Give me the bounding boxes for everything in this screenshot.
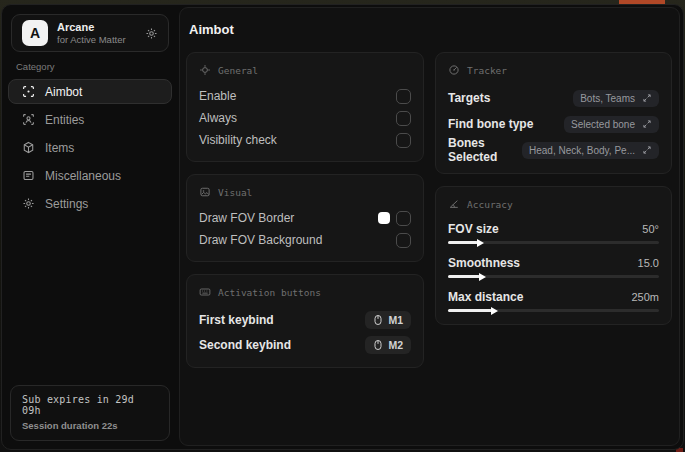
activation-section-title: Activation buttons bbox=[218, 287, 321, 298]
keybind-value: M1 bbox=[388, 314, 403, 326]
person-scan-icon bbox=[22, 113, 35, 126]
slider-value: 15.0 bbox=[638, 257, 659, 269]
smoothness-slider[interactable] bbox=[448, 275, 659, 278]
general-section-title: General bbox=[218, 65, 258, 76]
first-keybind-button[interactable]: M1 bbox=[365, 311, 411, 329]
setting-label: Visibility check bbox=[199, 133, 277, 147]
setting-row-fov-size: FOV size 50° bbox=[448, 219, 659, 244]
setting-row-max-distance: Max distance 250m bbox=[448, 287, 659, 312]
sidebar-item-label: Items bbox=[45, 141, 74, 155]
keyboard-icon bbox=[199, 286, 211, 298]
find-bone-type-dropdown[interactable]: Selected bone bbox=[564, 116, 659, 133]
general-card: General Enable Always Visibility check bbox=[186, 52, 424, 162]
draw-fov-border-checkbox[interactable] bbox=[396, 211, 411, 226]
slider-fill bbox=[448, 241, 478, 244]
activation-card: Activation buttons First keybind M1 bbox=[186, 274, 424, 368]
setting-label: Max distance bbox=[448, 290, 523, 304]
setting-label: Second keybind bbox=[199, 338, 291, 352]
sidebar-item-label: Settings bbox=[45, 197, 88, 211]
page-title: Aimbot bbox=[189, 22, 673, 37]
slider-value: 250m bbox=[631, 291, 659, 303]
setting-row-find-bone-type: Find bone type Selected bone bbox=[448, 111, 659, 137]
dropdown-value: Selected bone bbox=[571, 119, 635, 130]
angle-icon bbox=[448, 198, 460, 210]
image-icon bbox=[199, 186, 211, 198]
sidebar-item-settings[interactable]: Settings bbox=[8, 191, 172, 216]
setting-label: Draw FOV Background bbox=[199, 233, 322, 247]
category-label: Category bbox=[16, 61, 178, 72]
always-checkbox[interactable] bbox=[396, 111, 411, 126]
sidebar-item-label: Miscellaneous bbox=[45, 169, 121, 183]
accuracy-section-title: Accuracy bbox=[467, 199, 513, 210]
visual-card: Visual Draw FOV Border Draw FOV Backgrou… bbox=[186, 174, 424, 262]
setting-row-draw-fov-background: Draw FOV Background bbox=[199, 229, 411, 251]
sidebar-item-miscellaneous[interactable]: Miscellaneous bbox=[8, 163, 172, 188]
sidebar-item-entities[interactable]: Entities bbox=[8, 107, 172, 132]
dropdown-value: Bots, Teams bbox=[580, 93, 635, 104]
setting-row-always: Always bbox=[199, 107, 411, 129]
expand-icon bbox=[642, 145, 652, 155]
crosshair-scan-icon bbox=[22, 85, 35, 98]
app-logo-letter: A bbox=[30, 25, 40, 41]
sidebar-item-label: Aimbot bbox=[45, 85, 82, 99]
slider-thumb[interactable] bbox=[479, 273, 486, 281]
sub-expires-text: Sub expires in 29d 09h bbox=[22, 394, 158, 416]
setting-label: FOV size bbox=[448, 222, 499, 236]
tracker-card: Tracker Targets Bots, Teams Find bone ty… bbox=[435, 52, 672, 174]
radar-icon bbox=[448, 64, 460, 76]
app-subtitle: for Active Matter bbox=[57, 34, 126, 45]
sidebar-item-aimbot[interactable]: Aimbot bbox=[8, 79, 172, 104]
mouse-icon bbox=[373, 314, 383, 326]
sidebar-nav: Aimbot Entities bbox=[2, 79, 178, 216]
setting-row-enable: Enable bbox=[199, 85, 411, 107]
expand-icon bbox=[642, 93, 652, 103]
sidebar: A Arcane for Active Matter Category bbox=[2, 5, 178, 449]
bones-selected-dropdown[interactable]: Head, Neck, Body, Pe... bbox=[522, 142, 659, 159]
max-distance-slider[interactable] bbox=[448, 309, 659, 312]
sidebar-item-items[interactable]: Items bbox=[8, 135, 172, 160]
visibility-check-checkbox[interactable] bbox=[396, 133, 411, 148]
targets-dropdown[interactable]: Bots, Teams bbox=[573, 90, 659, 107]
slider-thumb[interactable] bbox=[491, 307, 498, 315]
app-name: Arcane bbox=[57, 21, 126, 33]
expand-icon bbox=[642, 119, 652, 129]
setting-label: Smoothness bbox=[448, 256, 520, 270]
list-icon bbox=[22, 169, 35, 182]
tracker-section-title: Tracker bbox=[467, 65, 507, 76]
app-window: A Arcane for Active Matter Category bbox=[1, 4, 684, 450]
setting-row-bones-selected: Bones Selected Head, Neck, Body, Pe... bbox=[448, 137, 659, 163]
sidebar-item-label: Entities bbox=[45, 113, 84, 127]
gear-icon bbox=[22, 197, 35, 210]
keybind-value: M2 bbox=[388, 339, 403, 351]
enable-checkbox[interactable] bbox=[396, 89, 411, 104]
cube-icon bbox=[22, 141, 35, 154]
slider-value: 50° bbox=[642, 223, 659, 235]
slider-thumb[interactable] bbox=[477, 239, 484, 247]
slider-fill bbox=[448, 275, 480, 278]
setting-label: Targets bbox=[448, 91, 490, 105]
setting-label: Enable bbox=[199, 89, 236, 103]
setting-row-draw-fov-border: Draw FOV Border bbox=[199, 207, 411, 229]
settings-gear-icon[interactable] bbox=[145, 27, 158, 40]
setting-row-second-keybind: Second keybind M2 bbox=[199, 332, 411, 357]
slider-fill bbox=[448, 309, 492, 312]
mouse-icon bbox=[373, 339, 383, 351]
app-header: A Arcane for Active Matter bbox=[11, 14, 169, 52]
dropdown-value: Head, Neck, Body, Pe... bbox=[529, 145, 635, 156]
accuracy-card: Accuracy FOV size 50° bbox=[435, 186, 672, 325]
setting-label: Find bone type bbox=[448, 117, 533, 131]
second-keybind-button[interactable]: M2 bbox=[365, 336, 411, 354]
app-logo: A bbox=[22, 20, 48, 46]
visual-section-title: Visual bbox=[218, 187, 252, 198]
session-info-box: Sub expires in 29d 09h Session duration … bbox=[10, 385, 170, 441]
draw-fov-background-checkbox[interactable] bbox=[396, 233, 411, 248]
main-panel: Aimbot General Enable bbox=[179, 7, 680, 446]
focus-icon bbox=[199, 64, 211, 76]
setting-row-first-keybind: First keybind M1 bbox=[199, 307, 411, 332]
setting-label: Draw FOV Border bbox=[199, 211, 294, 225]
fov-size-slider[interactable] bbox=[448, 241, 659, 244]
setting-row-targets: Targets Bots, Teams bbox=[448, 85, 659, 111]
color-swatch[interactable] bbox=[378, 212, 390, 224]
setting-label: Bones Selected bbox=[448, 136, 522, 164]
setting-label: Always bbox=[199, 111, 237, 125]
